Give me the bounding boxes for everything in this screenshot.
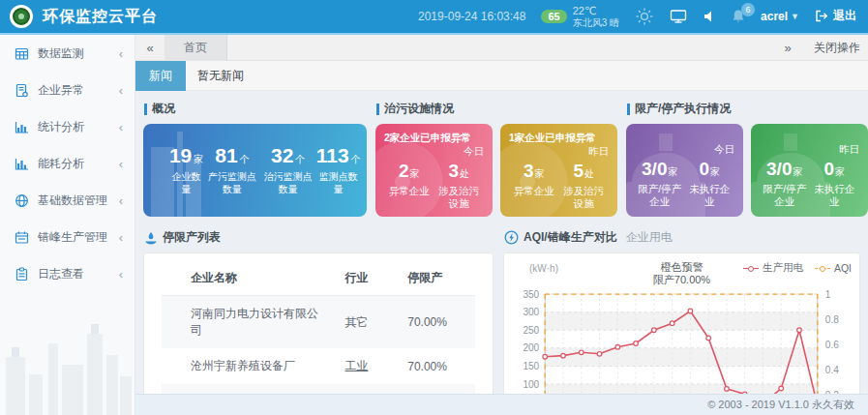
scroll-tabs-left-icon[interactable]: « xyxy=(135,41,165,55)
sidebar-nav: 数据监测 ‹ 企业异常 ‹ 统计分析 ‹ 能耗分析 ‹ 基础数据管理 ‹ xyxy=(0,35,135,415)
datetime-label: 2019-09-24 16:03:48 xyxy=(418,10,525,23)
stat-treatment-points: 32个 治污监测点数量 xyxy=(260,145,316,195)
restriction-table: 企业名称 行业 停限产 河南同力电力设计有限公司 其它 xyxy=(162,261,475,394)
user-menu[interactable]: acrel ▼ xyxy=(761,10,799,23)
svg-text:150: 150 xyxy=(523,361,539,371)
column-header: 企业名称 xyxy=(162,261,337,296)
stat-enterprise-count: 19家 企业数量 xyxy=(168,145,204,195)
bar-chart-icon xyxy=(14,156,29,171)
period-label: 昨日 xyxy=(760,143,859,157)
panel-overview: 概况 19家 企业数量 81个 产污监测点数量 xyxy=(143,101,367,217)
svg-text:200: 200 xyxy=(523,342,539,353)
panel-title: 概况 xyxy=(152,101,175,117)
monitor-icon[interactable] xyxy=(670,9,687,24)
document-gear-icon xyxy=(14,82,29,98)
panel-production-restriction: 限产/停产执行情况 今日 3/0家 0家 限产/停产企业 xyxy=(626,101,868,217)
sidebar-item-data-monitoring[interactable]: 数据监测 ‹ xyxy=(0,35,135,72)
sidebar-item-enterprise-abnormal[interactable]: 企业异常 ‹ xyxy=(0,72,135,108)
app-window: 环保监控云平台 2019-09-24 16:03:48 65 22℃ 东北风3 … xyxy=(0,0,868,415)
news-bar: 新闻 暂无新闻 xyxy=(135,61,868,91)
chart-title: 橙色预警 限产70.00% xyxy=(512,261,852,286)
panel-title: 治污设施情况 xyxy=(384,101,454,117)
chevron-down-icon: ▼ xyxy=(791,12,799,21)
title-accent-bar xyxy=(376,104,379,115)
column-header: 停限产 xyxy=(400,261,475,296)
wind-condition-label: 东北风3 晴 xyxy=(573,17,619,29)
sidebar-item-label: 企业异常 xyxy=(38,82,119,99)
restriction-today-card: 今日 3/0家 0家 限产/停产企业 未执行企业 xyxy=(626,124,743,217)
column-header: 行业 xyxy=(337,261,400,296)
period-label: 今日 xyxy=(384,145,484,159)
restriction-table-card: 企业名称 行业 停限产 河南同力电力设计有限公司 其它 xyxy=(143,252,494,394)
sidebar-item-statistics-analysis[interactable]: 统计分析 ‹ xyxy=(0,108,135,145)
copyright-label: © 2003 - 2019 V1.1.0 永久有效 xyxy=(707,398,854,412)
weather-widget: 65 22℃ 东北风3 晴 xyxy=(541,5,619,28)
temperature-label: 22℃ xyxy=(573,5,619,17)
sidebar-item-energy-analysis[interactable]: 能耗分析 ‹ xyxy=(0,145,135,182)
dashed-line-marker-icon xyxy=(815,266,830,271)
table-row[interactable]: 河南同力电力设计有限公司 其它 70.00% xyxy=(162,296,475,349)
sidebar-item-peak-production-management[interactable]: 错峰生产管理 ‹ xyxy=(0,219,135,255)
table-row[interactable]: 沧州宇新养殖设备厂 工业 70.00% xyxy=(162,348,475,384)
clipboard-icon xyxy=(14,266,29,282)
city-skyline-watermark xyxy=(0,299,135,415)
chevron-left-icon: ‹ xyxy=(119,230,123,245)
treatment-today-card: 2家企业已申报异常 今日 2家 3处 异常企业 涉及治污设施 xyxy=(375,124,493,217)
svg-text:0.4: 0.4 xyxy=(825,365,839,375)
aqi-badge: 65 xyxy=(541,10,566,23)
sidebar-item-label: 错峰生产管理 xyxy=(38,229,119,246)
app-logo-icon xyxy=(10,5,33,28)
period-label: 今日 xyxy=(635,143,734,157)
panel-aqi-comparison: AQI/错峰生产对比 企业用电 (kW·h) 橙色预警 限产70.00% xyxy=(503,229,860,394)
chevron-left-icon: ‹ xyxy=(119,157,123,171)
faucet-icon xyxy=(144,231,158,245)
sidebar-item-label: 日志查看 xyxy=(38,266,119,282)
chevron-left-icon: ‹ xyxy=(119,46,123,61)
svg-text:0.8: 0.8 xyxy=(825,314,839,325)
scroll-tabs-right-icon[interactable]: » xyxy=(773,41,802,55)
tab-bar: « 首页 » 关闭操作 xyxy=(135,35,868,61)
username-label: acrel xyxy=(761,10,788,23)
table-row[interactable]: 沧州天兴包装制品有限公司 其它 70.00% xyxy=(162,384,475,394)
svg-text:0.6: 0.6 xyxy=(825,340,839,350)
panel-title: AQI/错峰生产对比 xyxy=(524,229,617,246)
svg-text:250: 250 xyxy=(523,325,539,336)
sidebar-item-label: 统计分析 xyxy=(38,119,119,135)
dashboard-content: 概况 19家 企业数量 81个 产污监测点数量 xyxy=(135,91,868,394)
logout-button[interactable]: 退出 xyxy=(815,8,856,24)
overview-stats-card: 19家 企业数量 81个 产污监测点数量 32个 治污监测点数量 xyxy=(143,124,367,217)
sidebar-item-label: 数据监测 xyxy=(38,45,119,62)
notifications-bell[interactable]: 6 xyxy=(732,9,745,23)
close-operations-menu[interactable]: 关闭操作 xyxy=(814,40,860,56)
panel-title: 停限产列表 xyxy=(163,229,221,246)
notification-count-badge: 6 xyxy=(741,3,755,16)
tab-news[interactable]: 新闻 xyxy=(135,61,186,91)
line-marker-icon xyxy=(743,266,759,271)
period-label: 昨日 xyxy=(509,145,609,159)
production-power-line-chart[interactable]: 35030025020015010010.80.60.40.2 xyxy=(512,288,852,394)
sidebar-item-log-view[interactable]: 日志查看 ‹ xyxy=(0,255,135,292)
bar-chart-icon xyxy=(14,119,29,134)
panel-restriction-list: 停限产列表 企业名称 行业 停限产 xyxy=(143,229,494,394)
stat-pollution-source-points: 81个 产污监测点数量 xyxy=(204,145,260,195)
power-bolt-icon xyxy=(504,230,519,245)
svg-text:100: 100 xyxy=(523,379,539,390)
card-headline: 2家企业已申报异常 xyxy=(384,132,484,145)
panel-subtitle: 企业用电 xyxy=(626,229,673,246)
calendar-grid-icon xyxy=(14,45,29,61)
restriction-yesterday-card: 昨日 3/0家 0家 限产/停产企业 未执行企业 xyxy=(751,124,868,217)
industry-link[interactable]: 工业 xyxy=(344,359,368,372)
tab-home[interactable]: 首页 xyxy=(165,35,227,61)
chevron-left-icon: ‹ xyxy=(119,83,123,98)
panel-title: 限产/停产执行情况 xyxy=(635,101,731,117)
title-accent-bar xyxy=(627,104,630,115)
aqi-chart-card: (kW·h) 橙色预警 限产70.00% 生产用电 AQI 3 xyxy=(503,252,860,394)
logout-icon xyxy=(815,10,828,22)
sidebar-item-base-data-management[interactable]: 基础数据管理 ‹ xyxy=(0,182,135,219)
app-title: 环保监控云平台 xyxy=(43,7,158,27)
svg-text:300: 300 xyxy=(523,307,539,317)
svg-text:350: 350 xyxy=(523,289,539,300)
speaker-icon[interactable] xyxy=(703,10,716,23)
chevron-left-icon: ‹ xyxy=(119,193,123,208)
card-headline: 1家企业已申报异常 xyxy=(509,132,609,145)
